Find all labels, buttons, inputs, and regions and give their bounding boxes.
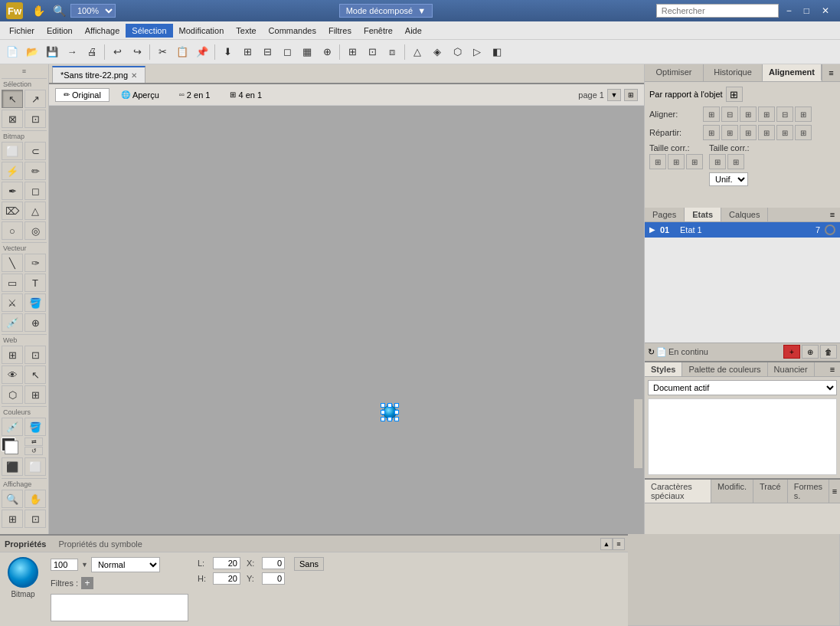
mode-selector[interactable]: Mode décomposé ▼ <box>339 4 433 18</box>
view2-tool[interactable]: ⬜ <box>25 457 46 476</box>
tb-btn-11[interactable]: ⊡ <box>363 43 381 61</box>
pointer2-tool[interactable]: ↖ <box>25 365 46 384</box>
pencil-tool[interactable]: ✒ <box>2 182 23 200</box>
subselect-tool[interactable]: ↗ <box>25 90 46 108</box>
repartir-v2-btn[interactable]: ⊞ <box>776 125 793 140</box>
menu-fenetre[interactable]: Fenêtre <box>358 24 399 38</box>
fit-page-btn[interactable]: ⊞ <box>624 89 638 101</box>
fill-color[interactable] <box>5 441 18 454</box>
tb-btn-16[interactable]: ▷ <box>468 43 486 61</box>
new-state-btn[interactable]: + <box>783 345 800 359</box>
l-input[interactable] <box>213 557 240 569</box>
document-tab[interactable]: *Sans titre-22.png ✕ <box>52 66 145 83</box>
styles-panel-options[interactable]: ≡ <box>825 362 840 376</box>
tb-btn-12[interactable]: ⧈ <box>383 43 401 61</box>
scale-tool[interactable]: ⊠ <box>2 110 23 128</box>
handle-bottom-left[interactable] <box>381 417 385 421</box>
repartir-h2-btn[interactable]: ⊞ <box>721 125 738 140</box>
repartir-v3-btn[interactable]: ⊞ <box>795 125 812 140</box>
blend-mode-select[interactable]: Normal <box>91 557 160 572</box>
magic-wand-tool[interactable]: ⚡ <box>2 162 23 180</box>
fit-tool[interactable]: ⊞ <box>2 510 23 528</box>
handle-mid-left[interactable] <box>381 410 385 415</box>
tab-optimiser[interactable]: Optimiser <box>645 64 704 81</box>
y-input[interactable] <box>262 572 285 585</box>
close-btn[interactable]: ✕ <box>817 4 834 18</box>
handle-mid-right[interactable] <box>394 410 399 415</box>
styles-document-select[interactable]: Document actif <box>648 380 837 395</box>
paint2-tool[interactable]: 🪣 <box>25 418 46 436</box>
export-btn[interactable]: → <box>63 43 81 61</box>
menu-aide[interactable]: Aide <box>399 24 428 38</box>
lasso-tool[interactable]: ⊂ <box>25 142 46 160</box>
handle-bottom-mid[interactable] <box>387 417 392 421</box>
handle-top-mid[interactable] <box>387 403 392 408</box>
pen-tool[interactable]: ✑ <box>25 254 46 272</box>
eraser-tool[interactable]: ◻ <box>25 182 46 200</box>
tb-btn-17[interactable]: ◧ <box>488 43 506 61</box>
sharpen-tool[interactable]: △ <box>25 202 46 220</box>
align-bottom-btn[interactable]: ⊞ <box>795 107 812 122</box>
paste-btn[interactable]: 📌 <box>193 43 211 61</box>
minimize-btn[interactable]: − <box>782 4 796 18</box>
tab-palette[interactable]: Palette de couleurs <box>682 362 767 376</box>
tb-btn-8[interactable]: ▦ <box>298 43 316 61</box>
tb-btn-14[interactable]: ◈ <box>428 43 446 61</box>
tab-historique[interactable]: Historique <box>704 64 763 81</box>
hand-tool[interactable]: ✋ <box>25 490 46 508</box>
zoom-select[interactable]: 100%50%200% <box>70 4 116 18</box>
delete-state-btn[interactable]: 🗑 <box>820 345 837 359</box>
tb-btn-7[interactable]: ◻ <box>278 43 296 61</box>
align-right-btn[interactable]: ⊞ <box>740 107 757 122</box>
styles-scrollbar[interactable] <box>633 399 642 468</box>
hide-show-tool[interactable]: 👁 <box>2 365 23 384</box>
actual-tool[interactable]: ⊡ <box>25 510 46 528</box>
search-input[interactable] <box>656 4 779 18</box>
slice-tool[interactable]: ⊡ <box>25 346 46 364</box>
menu-selection[interactable]: Sélection <box>126 24 172 38</box>
rect-hotspot-tool[interactable]: ⊞ <box>25 385 46 404</box>
eyedrop2-tool[interactable]: 💉 <box>2 418 23 436</box>
view-tab-4en1[interactable]: ⊞ 4 en 1 <box>221 88 270 102</box>
unif-select[interactable]: Unif. <box>709 172 748 186</box>
hotspot-tool[interactable]: ⊞ <box>2 346 23 364</box>
tb-btn-9[interactable]: ⊕ <box>318 43 336 61</box>
tab-calques[interactable]: Calques <box>721 208 768 221</box>
tab-etats[interactable]: Etats <box>685 208 721 221</box>
x-input[interactable] <box>262 557 285 569</box>
eyedropper-tool[interactable]: 💉 <box>2 313 23 332</box>
scale2-tool[interactable]: ⊕ <box>25 313 46 332</box>
handle-top-right[interactable] <box>394 403 399 408</box>
cut-btn[interactable]: ✂ <box>153 43 172 61</box>
menu-fichier[interactable]: Fichier <box>3 24 41 38</box>
sans-btn[interactable]: Sans <box>294 557 324 571</box>
brush-tool[interactable]: ✏ <box>25 162 46 180</box>
add-filter-btn[interactable]: + <box>81 577 93 589</box>
taille-corr-btn5[interactable]: ⊞ <box>727 154 744 169</box>
taille-corr-btn2[interactable]: ⊞ <box>668 154 685 169</box>
duplicate-state-btn[interactable]: ⊕ <box>802 345 819 359</box>
menu-texte[interactable]: Texte <box>230 24 262 38</box>
menu-edition[interactable]: Edition <box>41 24 79 38</box>
handle-top-left[interactable] <box>381 403 385 408</box>
swap-btn[interactable]: ⇄ <box>25 438 43 446</box>
tab-alignement[interactable]: Alignement <box>763 64 822 81</box>
view-tab-original[interactable]: ✏ Original <box>55 88 109 102</box>
text-tool[interactable]: T <box>25 274 46 292</box>
hand-tool-btn[interactable]: ✋ <box>29 3 48 18</box>
align-left-btn[interactable]: ⊞ <box>703 107 720 122</box>
h-input[interactable] <box>213 572 240 585</box>
handle-bottom-right[interactable] <box>394 417 399 421</box>
tab-close-btn[interactable]: ✕ <box>131 71 137 80</box>
menu-modification[interactable]: Modification <box>173 24 230 38</box>
view-tab-2en1[interactable]: ▫▫ 2 en 1 <box>171 88 219 102</box>
tb-btn-13[interactable]: △ <box>408 43 427 61</box>
opacity-input[interactable] <box>51 559 78 571</box>
props-collapse-btn[interactable]: ▲ <box>600 538 613 550</box>
tb-btn-10[interactable]: ⊞ <box>343 43 361 61</box>
states-panel-options[interactable]: ≡ <box>825 208 840 221</box>
props-options-btn[interactable]: ≡ <box>613 538 625 550</box>
taille-corr-btn1[interactable]: ⊞ <box>649 154 666 169</box>
search-tool-btn[interactable]: 🔍 <box>50 3 69 18</box>
crop-tool[interactable]: ⊡ <box>25 110 46 128</box>
